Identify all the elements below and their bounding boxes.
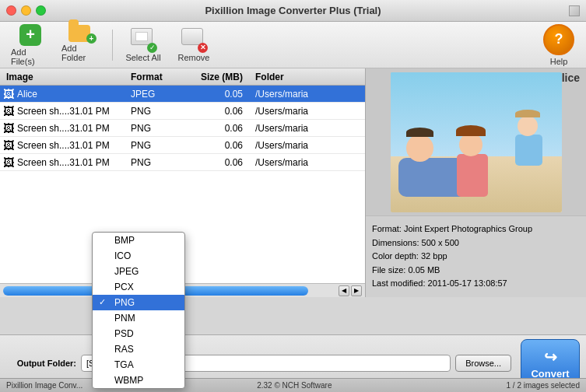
add-files-icon: + [19, 24, 41, 46]
bottom-area: Output Folder: Browse... ↪ Convert Outpu… [0, 334, 586, 378]
remove-icon [181, 28, 203, 45]
preview-image [391, 72, 562, 212]
file-icon: 🖼 [3, 88, 14, 100]
table-row[interactable]: 🖼 Alice JPEG 0.05 /Users/maria [0, 86, 365, 103]
browse-button[interactable]: Browse... [455, 355, 511, 372]
progress-prev-button[interactable]: ◀ [339, 285, 349, 296]
window-resize[interactable] [569, 5, 580, 16]
dropdown-item-psd[interactable]: PSD [93, 326, 184, 341]
table-row[interactable]: 🖼 Screen sh....31.01 PM PNG 0.06 /Users/… [0, 154, 365, 171]
preview-image-container: Alice [366, 68, 586, 215]
dropdown-item-ico[interactable]: ICO [93, 248, 184, 264]
table-row[interactable]: 🖼 Screen sh....31.01 PM PNG 0.06 /Users/… [0, 120, 365, 137]
file-format: PNG [125, 106, 187, 117]
close-button[interactable] [6, 5, 16, 16]
file-name: Screen sh....31.01 PM [17, 140, 110, 151]
select-all-label: Select All [125, 53, 160, 62]
table-row[interactable]: 🖼 Screen sh....31.01 PM PNG 0.06 /Users/… [0, 137, 365, 154]
progress-navigation: ◀ ▶ [339, 285, 362, 296]
dropdown-item-png[interactable]: PNG [93, 295, 184, 310]
file-info-color-depth: Color depth: 32 bpp [372, 250, 580, 264]
output-folder-label: Output Folder: [6, 359, 76, 368]
help-button[interactable]: ? Help [539, 24, 578, 66]
file-size: 0.06 [187, 106, 249, 117]
file-format: PNG [125, 157, 187, 168]
select-all-icon [131, 28, 153, 45]
table-row[interactable]: 🖼 Screen sh....31.01 PM PNG 0.06 /Users/… [0, 103, 365, 120]
dropdown-item-bmp[interactable]: BMP [93, 233, 184, 248]
file-info-modified: Last modified: 2011-05-17 13:08:57 [372, 277, 580, 291]
col-size-header: Size (MB) [187, 72, 249, 82]
dropdown-item-ras[interactable]: RAS [93, 341, 184, 357]
add-folder-button[interactable]: + Add Folder [58, 25, 105, 65]
toolbar-separator-1 [112, 30, 113, 61]
file-size: 0.06 [187, 123, 249, 134]
preview-area: Alice [366, 68, 586, 297]
status-bar: Pixillion Image Conv... 2.32 © NCH Softw… [0, 378, 586, 392]
col-image-header: Image [0, 72, 125, 82]
dropdown-item-tga[interactable]: TGA [93, 357, 184, 373]
toolbar: + Add File(s) + Add Folder ✓ Select All … [0, 22, 586, 68]
convert-icon: ↪ [544, 348, 557, 366]
file-size: 0.06 [187, 140, 249, 151]
file-icon: 🖼 [3, 139, 14, 152]
main-area: Image Format Size (MB) Folder 🖼 Alice JP… [0, 68, 586, 297]
file-folder: /Users/maria [249, 106, 365, 117]
file-folder: /Users/maria [249, 140, 365, 151]
file-name: Screen sh....31.01 PM [17, 123, 110, 134]
select-all-button[interactable]: ✓ Select All [120, 25, 167, 65]
dropdown-item-wbmp[interactable]: WBMP [93, 373, 184, 388]
file-format: PNG [125, 123, 187, 134]
status-right: 1 / 2 images selected [507, 381, 581, 390]
file-format: PNG [125, 140, 187, 151]
file-name: Screen sh....31.01 PM [17, 157, 110, 168]
mom-figure [453, 135, 500, 197]
file-info-format: Format: Joint Expert Photographics Group [372, 222, 580, 236]
remove-label: Remove [178, 53, 210, 62]
file-icon: 🖼 [3, 156, 14, 169]
file-folder: /Users/maria [249, 123, 365, 134]
minimize-button[interactable] [21, 5, 31, 16]
traffic-lights[interactable] [6, 5, 46, 16]
file-folder: /Users/maria [249, 89, 365, 100]
add-files-button[interactable]: + Add File(s) [8, 25, 54, 65]
dropdown-item-pnm[interactable]: PNM [93, 310, 184, 326]
file-info: Format: Joint Expert Photographics Group… [366, 215, 586, 297]
maximize-button[interactable] [36, 5, 46, 16]
file-info-dimensions: Dimensions: 500 x 500 [372, 236, 580, 250]
dropdown-item-jpeg[interactable]: JPEG [93, 264, 184, 279]
file-name: Screen sh....31.01 PM [17, 106, 110, 117]
remove-button[interactable]: ✕ Remove [170, 25, 217, 65]
child-figure [511, 115, 550, 166]
format-dropdown: BMP ICO JPEG PCX PNG PNM PSD RAS TGA WBM… [92, 232, 185, 389]
help-label: Help [550, 57, 568, 66]
file-size: 0.05 [187, 89, 249, 100]
help-icon: ? [543, 24, 574, 55]
add-folder-label: Add Folder [61, 44, 102, 62]
file-icon: 🖼 [3, 105, 14, 117]
file-info-file-size: File size: 0.05 MB [372, 264, 580, 278]
titlebar: Pixillion Image Converter Plus (Trial) [0, 0, 586, 22]
window-title: Pixillion Image Converter Plus (Trial) [205, 5, 381, 16]
status-left: Pixillion Image Conv... [6, 381, 82, 390]
table-header: Image Format Size (MB) Folder [0, 68, 365, 86]
dropdown-item-pcx[interactable]: PCX [93, 279, 184, 295]
file-name: Alice [17, 89, 37, 100]
file-folder: /Users/maria [249, 157, 365, 168]
add-files-label: Add File(s) [11, 47, 51, 66]
file-format: JPEG [125, 89, 187, 100]
status-center: 2.32 © NCH Software [257, 381, 332, 390]
col-folder-header: Folder [249, 72, 365, 82]
progress-next-button[interactable]: ▶ [351, 285, 362, 296]
col-format-header: Format [125, 72, 187, 82]
file-size: 0.06 [187, 157, 249, 168]
file-icon: 🖼 [3, 122, 14, 135]
